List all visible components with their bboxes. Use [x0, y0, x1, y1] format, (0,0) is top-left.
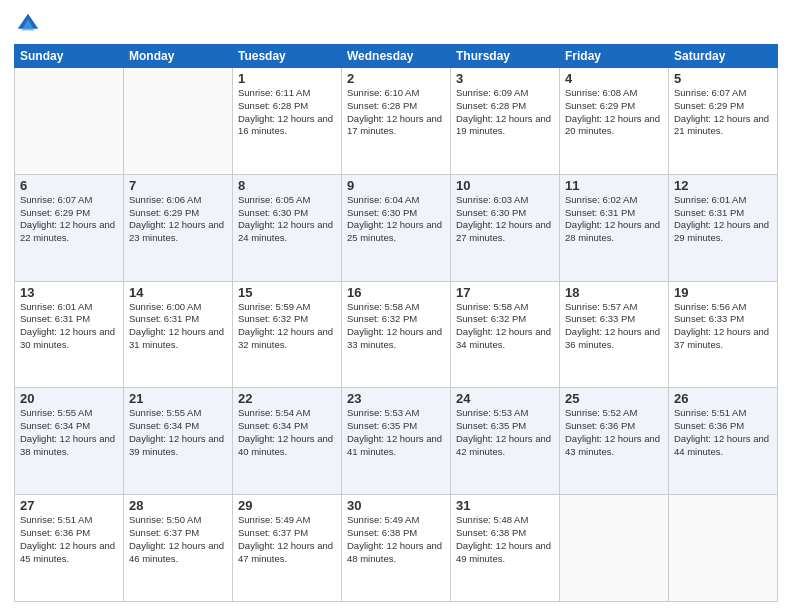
calendar-week-row: 13Sunrise: 6:01 AMSunset: 6:31 PMDayligh…	[15, 281, 778, 388]
day-number: 21	[129, 391, 227, 406]
day-number: 23	[347, 391, 445, 406]
day-detail: Sunrise: 6:09 AMSunset: 6:28 PMDaylight:…	[456, 87, 554, 138]
calendar-cell: 3Sunrise: 6:09 AMSunset: 6:28 PMDaylight…	[451, 68, 560, 175]
calendar-cell: 28Sunrise: 5:50 AMSunset: 6:37 PMDayligh…	[124, 495, 233, 602]
day-detail: Sunrise: 6:07 AMSunset: 6:29 PMDaylight:…	[674, 87, 772, 138]
day-detail: Sunrise: 5:58 AMSunset: 6:32 PMDaylight:…	[456, 301, 554, 352]
day-detail: Sunrise: 6:05 AMSunset: 6:30 PMDaylight:…	[238, 194, 336, 245]
header-tuesday: Tuesday	[233, 45, 342, 68]
day-detail: Sunrise: 5:52 AMSunset: 6:36 PMDaylight:…	[565, 407, 663, 458]
day-detail: Sunrise: 6:00 AMSunset: 6:31 PMDaylight:…	[129, 301, 227, 352]
day-number: 6	[20, 178, 118, 193]
day-number: 4	[565, 71, 663, 86]
day-number: 26	[674, 391, 772, 406]
day-number: 1	[238, 71, 336, 86]
logo	[14, 10, 46, 38]
calendar-cell: 24Sunrise: 5:53 AMSunset: 6:35 PMDayligh…	[451, 388, 560, 495]
calendar-cell: 7Sunrise: 6:06 AMSunset: 6:29 PMDaylight…	[124, 174, 233, 281]
calendar-cell: 19Sunrise: 5:56 AMSunset: 6:33 PMDayligh…	[669, 281, 778, 388]
calendar-cell	[15, 68, 124, 175]
calendar-cell: 6Sunrise: 6:07 AMSunset: 6:29 PMDaylight…	[15, 174, 124, 281]
calendar-cell: 1Sunrise: 6:11 AMSunset: 6:28 PMDaylight…	[233, 68, 342, 175]
page: Sunday Monday Tuesday Wednesday Thursday…	[0, 0, 792, 612]
calendar-cell: 15Sunrise: 5:59 AMSunset: 6:32 PMDayligh…	[233, 281, 342, 388]
day-number: 28	[129, 498, 227, 513]
day-number: 18	[565, 285, 663, 300]
day-number: 20	[20, 391, 118, 406]
day-detail: Sunrise: 5:58 AMSunset: 6:32 PMDaylight:…	[347, 301, 445, 352]
calendar-cell: 5Sunrise: 6:07 AMSunset: 6:29 PMDaylight…	[669, 68, 778, 175]
calendar-cell: 14Sunrise: 6:00 AMSunset: 6:31 PMDayligh…	[124, 281, 233, 388]
day-detail: Sunrise: 6:07 AMSunset: 6:29 PMDaylight:…	[20, 194, 118, 245]
calendar-cell: 16Sunrise: 5:58 AMSunset: 6:32 PMDayligh…	[342, 281, 451, 388]
day-detail: Sunrise: 5:53 AMSunset: 6:35 PMDaylight:…	[347, 407, 445, 458]
day-number: 25	[565, 391, 663, 406]
header	[14, 10, 778, 38]
calendar-header: Sunday Monday Tuesday Wednesday Thursday…	[15, 45, 778, 68]
calendar-cell: 2Sunrise: 6:10 AMSunset: 6:28 PMDaylight…	[342, 68, 451, 175]
header-sunday: Sunday	[15, 45, 124, 68]
calendar-cell: 21Sunrise: 5:55 AMSunset: 6:34 PMDayligh…	[124, 388, 233, 495]
day-number: 17	[456, 285, 554, 300]
calendar-cell	[669, 495, 778, 602]
day-number: 3	[456, 71, 554, 86]
day-detail: Sunrise: 6:08 AMSunset: 6:29 PMDaylight:…	[565, 87, 663, 138]
calendar-body: 1Sunrise: 6:11 AMSunset: 6:28 PMDaylight…	[15, 68, 778, 602]
header-monday: Monday	[124, 45, 233, 68]
day-detail: Sunrise: 6:06 AMSunset: 6:29 PMDaylight:…	[129, 194, 227, 245]
day-number: 24	[456, 391, 554, 406]
day-number: 31	[456, 498, 554, 513]
day-detail: Sunrise: 6:04 AMSunset: 6:30 PMDaylight:…	[347, 194, 445, 245]
day-detail: Sunrise: 6:10 AMSunset: 6:28 PMDaylight:…	[347, 87, 445, 138]
header-wednesday: Wednesday	[342, 45, 451, 68]
calendar-cell: 12Sunrise: 6:01 AMSunset: 6:31 PMDayligh…	[669, 174, 778, 281]
calendar-cell: 13Sunrise: 6:01 AMSunset: 6:31 PMDayligh…	[15, 281, 124, 388]
calendar-week-row: 6Sunrise: 6:07 AMSunset: 6:29 PMDaylight…	[15, 174, 778, 281]
calendar-cell: 22Sunrise: 5:54 AMSunset: 6:34 PMDayligh…	[233, 388, 342, 495]
day-detail: Sunrise: 5:50 AMSunset: 6:37 PMDaylight:…	[129, 514, 227, 565]
day-number: 27	[20, 498, 118, 513]
calendar-cell: 8Sunrise: 6:05 AMSunset: 6:30 PMDaylight…	[233, 174, 342, 281]
day-number: 9	[347, 178, 445, 193]
day-number: 10	[456, 178, 554, 193]
day-number: 7	[129, 178, 227, 193]
day-number: 2	[347, 71, 445, 86]
calendar-cell	[124, 68, 233, 175]
calendar-cell: 4Sunrise: 6:08 AMSunset: 6:29 PMDaylight…	[560, 68, 669, 175]
calendar-cell: 30Sunrise: 5:49 AMSunset: 6:38 PMDayligh…	[342, 495, 451, 602]
day-number: 16	[347, 285, 445, 300]
day-detail: Sunrise: 5:49 AMSunset: 6:37 PMDaylight:…	[238, 514, 336, 565]
day-number: 30	[347, 498, 445, 513]
header-saturday: Saturday	[669, 45, 778, 68]
day-number: 13	[20, 285, 118, 300]
day-detail: Sunrise: 6:01 AMSunset: 6:31 PMDaylight:…	[20, 301, 118, 352]
calendar-cell: 25Sunrise: 5:52 AMSunset: 6:36 PMDayligh…	[560, 388, 669, 495]
calendar-cell: 29Sunrise: 5:49 AMSunset: 6:37 PMDayligh…	[233, 495, 342, 602]
day-detail: Sunrise: 5:55 AMSunset: 6:34 PMDaylight:…	[20, 407, 118, 458]
day-detail: Sunrise: 5:54 AMSunset: 6:34 PMDaylight:…	[238, 407, 336, 458]
logo-icon	[14, 10, 42, 38]
day-detail: Sunrise: 5:53 AMSunset: 6:35 PMDaylight:…	[456, 407, 554, 458]
day-detail: Sunrise: 5:48 AMSunset: 6:38 PMDaylight:…	[456, 514, 554, 565]
calendar-cell: 20Sunrise: 5:55 AMSunset: 6:34 PMDayligh…	[15, 388, 124, 495]
day-detail: Sunrise: 5:57 AMSunset: 6:33 PMDaylight:…	[565, 301, 663, 352]
calendar-week-row: 1Sunrise: 6:11 AMSunset: 6:28 PMDaylight…	[15, 68, 778, 175]
calendar-cell: 18Sunrise: 5:57 AMSunset: 6:33 PMDayligh…	[560, 281, 669, 388]
day-number: 29	[238, 498, 336, 513]
weekday-header-row: Sunday Monday Tuesday Wednesday Thursday…	[15, 45, 778, 68]
day-detail: Sunrise: 5:51 AMSunset: 6:36 PMDaylight:…	[674, 407, 772, 458]
day-detail: Sunrise: 6:01 AMSunset: 6:31 PMDaylight:…	[674, 194, 772, 245]
header-friday: Friday	[560, 45, 669, 68]
calendar-cell: 26Sunrise: 5:51 AMSunset: 6:36 PMDayligh…	[669, 388, 778, 495]
calendar-week-row: 20Sunrise: 5:55 AMSunset: 6:34 PMDayligh…	[15, 388, 778, 495]
day-number: 15	[238, 285, 336, 300]
calendar-cell: 31Sunrise: 5:48 AMSunset: 6:38 PMDayligh…	[451, 495, 560, 602]
day-number: 5	[674, 71, 772, 86]
calendar-cell: 27Sunrise: 5:51 AMSunset: 6:36 PMDayligh…	[15, 495, 124, 602]
day-detail: Sunrise: 6:03 AMSunset: 6:30 PMDaylight:…	[456, 194, 554, 245]
day-number: 14	[129, 285, 227, 300]
day-number: 12	[674, 178, 772, 193]
calendar-week-row: 27Sunrise: 5:51 AMSunset: 6:36 PMDayligh…	[15, 495, 778, 602]
day-detail: Sunrise: 6:11 AMSunset: 6:28 PMDaylight:…	[238, 87, 336, 138]
header-thursday: Thursday	[451, 45, 560, 68]
